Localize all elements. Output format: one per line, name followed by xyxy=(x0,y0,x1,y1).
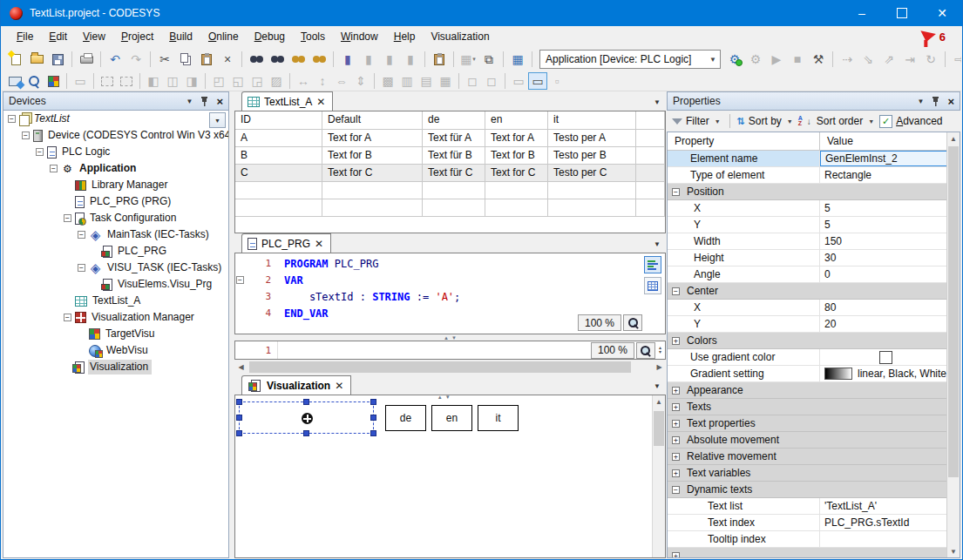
declaration-view-button[interactable] xyxy=(644,256,661,273)
align-bottom-button[interactable]: ◲ xyxy=(248,72,267,90)
code-editor[interactable]: 1PROGRAM PLC_PRG−2VAR3 sTextId : STRING … xyxy=(234,253,666,334)
reset-button[interactable]: ↻ xyxy=(920,50,941,69)
property-row-tooltip-index[interactable]: Tooltip index xyxy=(668,531,947,548)
table-row[interactable]: BText for BText für BText for BTesto per… xyxy=(235,147,665,165)
property-row-type-of-element[interactable]: Type of elementRectangle xyxy=(668,167,947,184)
editor-horizontal-scrollbar[interactable]: ◀ ▶ xyxy=(234,361,666,374)
table-empty-row[interactable] xyxy=(235,182,665,199)
expand-collapse-icon[interactable]: − xyxy=(78,264,85,272)
sort-by-dropdown-icon[interactable]: ▼ xyxy=(787,118,793,125)
advanced-checkbox[interactable]: ✓ xyxy=(879,115,892,128)
tab-textlist-a[interactable]: TextList_A ✕ xyxy=(241,91,333,111)
table-cell-empty[interactable] xyxy=(485,182,548,199)
delete-button[interactable]: × xyxy=(217,50,238,69)
tree-item-targetvisu[interactable]: TargetVisu xyxy=(3,326,228,342)
expand-group-icon[interactable]: + xyxy=(672,552,680,559)
edit-object-button[interactable] xyxy=(429,50,450,69)
pretask-filter-icon[interactable] xyxy=(919,30,936,44)
close-button[interactable]: ✕ xyxy=(922,0,962,26)
property-row-element-name[interactable]: Element nameGenElemInst_2 xyxy=(668,151,947,167)
table-cell[interactable]: Text für C xyxy=(423,165,485,182)
sort-order-dropdown-icon[interactable]: ▼ xyxy=(868,118,874,125)
tree-item-visuelems-visu-prg[interactable]: VisuElems.Visu_Prg xyxy=(3,276,228,293)
tree-item-textlist[interactable]: −TextList xyxy=(3,111,228,127)
property-group-dynamic-texts[interactable]: −Dynamic texts xyxy=(668,482,947,498)
replace-in-project-button[interactable] xyxy=(309,50,329,69)
property-row-text-index[interactable]: Text indexPLC_PRG.sTextId xyxy=(668,515,947,531)
canvas-scrollbar-thumb[interactable] xyxy=(654,411,664,446)
property-value[interactable]: 'TextList_A' xyxy=(820,498,947,514)
visu-button-de[interactable]: de xyxy=(385,405,426,431)
tree-item-maintask-iec-tasks-[interactable]: −◈MainTask (IEC-Tasks) xyxy=(3,226,228,243)
replace-button[interactable] xyxy=(267,50,288,69)
table-cell-empty[interactable] xyxy=(423,182,485,199)
select-mode-button[interactable]: ◻ xyxy=(463,72,482,90)
property-group-relative-movement[interactable]: +Relative movement xyxy=(668,449,947,465)
visualization-color-button[interactable] xyxy=(44,72,63,90)
size-vertical-button[interactable]: ⇕ xyxy=(351,72,370,90)
align-right-button[interactable]: ◨ xyxy=(182,72,201,90)
devices-pin-icon[interactable] xyxy=(200,97,208,106)
table-cell[interactable]: Testo per A xyxy=(548,130,636,147)
run-to-cursor-button[interactable]: ⇥ xyxy=(899,50,920,69)
tab-visualization[interactable]: Visualization ✕ xyxy=(241,375,351,395)
scroll-right-icon[interactable]: ▶ xyxy=(653,363,666,371)
table-cell-empty[interactable] xyxy=(485,199,548,217)
resize-handle-e[interactable] xyxy=(370,415,376,421)
property-group-appearance[interactable]: +Appearance xyxy=(668,382,947,399)
column-header-it[interactable]: it xyxy=(548,111,636,130)
property-column-header[interactable]: Property xyxy=(668,132,820,150)
next-bookmark-button[interactable]: ▮ xyxy=(379,50,400,69)
layout-grid-button[interactable]: ▫ xyxy=(547,72,566,90)
table-cell-empty[interactable] xyxy=(548,182,636,199)
tree-item-plc-prg-prg-[interactable]: PLC_PRG (PRG) xyxy=(3,193,228,210)
menu-tools[interactable]: Tools xyxy=(293,28,333,45)
table-cell[interactable]: C xyxy=(235,165,322,182)
code-line-2[interactable]: −2VAR xyxy=(235,272,665,288)
align-center-button[interactable]: ◫ xyxy=(163,72,182,90)
maximize-button[interactable] xyxy=(882,0,922,26)
table-cell-empty[interactable] xyxy=(322,182,423,199)
property-group-colors[interactable]: +Colors xyxy=(668,333,947,349)
column-header-de[interactable]: de xyxy=(423,111,485,130)
tree-item-library-manager[interactable]: Library Manager xyxy=(3,177,228,193)
property-group-text-properties[interactable]: +Text properties xyxy=(668,415,947,432)
undo-button[interactable]: ↶ xyxy=(105,50,125,69)
property-value[interactable]: 30 xyxy=(820,250,947,266)
property-value[interactable]: Rectangle xyxy=(820,167,947,183)
select-all-button[interactable]: ◻ xyxy=(482,72,501,90)
implementation-editor[interactable]: 1 100 % ▴▾ xyxy=(234,341,666,360)
step-over-button[interactable]: ⇢ xyxy=(837,50,858,69)
tree-item-application[interactable]: −⚙Application xyxy=(3,160,228,177)
layout-selected-button[interactable]: ▭ xyxy=(528,72,547,90)
step-into-button[interactable]: ⇘ xyxy=(858,50,878,69)
gradient-checkbox[interactable] xyxy=(879,351,892,364)
table-cell[interactable]: Text for C xyxy=(485,165,548,182)
collapse-group-icon[interactable]: − xyxy=(672,486,680,494)
property-row-y[interactable]: Y5 xyxy=(668,217,947,233)
properties-scroll-up-icon[interactable]: ▲ xyxy=(947,132,960,145)
expand-collapse-icon[interactable]: − xyxy=(64,314,71,321)
expand-group-icon[interactable]: + xyxy=(672,337,680,345)
tree-item-plc-prg[interactable]: PLC_PRG xyxy=(3,243,228,260)
property-group-position[interactable]: −Position xyxy=(668,184,947,200)
export-button[interactable]: ⧉ xyxy=(478,50,499,69)
menu-window[interactable]: Window xyxy=(333,28,386,45)
value-column-header[interactable]: Value xyxy=(820,132,947,150)
visu-button-it[interactable]: it xyxy=(478,405,519,431)
table-cell[interactable]: Testo per B xyxy=(548,147,636,165)
save-button[interactable] xyxy=(47,50,68,69)
devices-close-icon[interactable]: × xyxy=(216,96,223,107)
toggle-bookmark-button[interactable]: ▮ xyxy=(337,50,358,69)
table-cell-empty[interactable] xyxy=(235,199,322,217)
property-group-text-variables[interactable]: +Text variables xyxy=(668,465,947,482)
property-group-center[interactable]: −Center xyxy=(668,283,947,300)
table-cell[interactable]: A xyxy=(235,130,322,147)
editor-zoom-button[interactable]: 100 % xyxy=(578,314,621,331)
selected-rectangle-element[interactable] xyxy=(239,401,374,434)
column-header-id[interactable]: ID xyxy=(235,111,322,130)
property-row-height[interactable]: Height30 xyxy=(668,250,947,267)
table-row[interactable]: CText for CText für CText for CTesto per… xyxy=(235,165,665,182)
table-cell[interactable]: Text for B xyxy=(485,147,548,165)
table-cell[interactable]: Text for A xyxy=(485,130,548,147)
